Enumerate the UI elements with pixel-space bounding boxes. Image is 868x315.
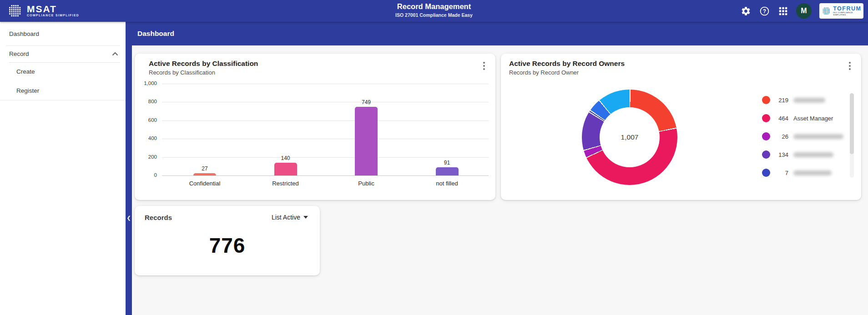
y-axis-tick: 800 — [136, 99, 157, 104]
sidebar-item-label: Register — [16, 87, 39, 94]
y-axis-tick: 0 — [136, 172, 157, 178]
legend-value: 464 — [770, 115, 788, 122]
sidebar-item-label: Record — [9, 50, 29, 57]
gridline — [162, 84, 489, 84]
msat-logo: MSAT COMPLIANCE SIMPLIFIED — [6, 2, 79, 19]
legend-dot-icon — [762, 114, 770, 122]
sidebar-rail — [126, 22, 132, 315]
donut-chart: 1,007 — [582, 90, 677, 185]
sidebar-item-dashboard[interactable]: Dashboard — [0, 22, 126, 45]
records-card: Records List Active 776 — [135, 206, 320, 275]
help-icon[interactable]: ? — [759, 5, 770, 16]
sidebar-item-record[interactable]: Record — [0, 45, 126, 62]
legend-dot-icon — [762, 132, 770, 140]
legend-dot-icon — [762, 169, 770, 177]
gridline — [162, 102, 489, 102]
bar-not-filled — [436, 167, 459, 175]
sidebar-collapse-button[interactable]: ❮ — [126, 212, 132, 224]
brand-tagline: COMPLIANCE SIMPLIFIED — [27, 14, 79, 17]
page-title: Dashboard — [137, 30, 174, 38]
brand-name: MSAT — [27, 5, 79, 14]
chevron-up-icon — [112, 52, 118, 56]
x-axis-label: not filled — [415, 180, 479, 187]
y-axis-tick: 1,000 — [136, 80, 157, 86]
legend-row: 134 — [762, 146, 833, 163]
bar-confidential — [193, 173, 216, 175]
bar-restricted — [274, 163, 297, 175]
x-axis-label: Public — [334, 180, 398, 187]
gridline — [162, 139, 489, 139]
classification-card: Active Records by Classification Records… — [135, 54, 495, 200]
card-title: Records — [145, 214, 172, 221]
donut-hole: 1,007 — [600, 107, 660, 167]
legend-scrollbar-thumb[interactable] — [850, 93, 854, 154]
bar-public — [355, 107, 378, 175]
top-navbar: MSAT COMPLIANCE SIMPLIFIED Record Manage… — [0, 0, 868, 22]
bar-chart: 1,000800600400200027Confidential140Restr… — [135, 54, 495, 200]
tofrum-globe-icon — [821, 5, 831, 17]
settings-icon[interactable] — [740, 5, 751, 16]
partner-name: TOFRUM — [833, 6, 862, 11]
gridline — [162, 175, 489, 176]
user-avatar[interactable]: M — [796, 3, 812, 19]
x-axis-label: Confidential — [173, 180, 237, 187]
divider — [0, 100, 126, 100]
records-filter-dropdown[interactable]: List Active — [272, 214, 308, 221]
legend-value: 134 — [770, 151, 788, 158]
legend-label: Asset Manager — [793, 115, 833, 122]
sidebar-item-create[interactable]: Create — [0, 62, 126, 81]
legend-value: 26 — [770, 133, 788, 140]
sidebar-item-register[interactable]: Register — [0, 81, 126, 100]
legend-label-redacted — [793, 170, 832, 175]
bar-value-label: 91 — [434, 160, 461, 166]
legend-label-redacted — [793, 152, 833, 157]
legend-row: 7 — [762, 165, 832, 181]
y-axis-tick: 600 — [136, 117, 157, 123]
legend-row: 464Asset Manager — [762, 110, 833, 126]
x-axis-label: Restricted — [254, 180, 318, 187]
legend-scrollbar-track[interactable] — [850, 93, 854, 178]
records-filter-label: List Active — [272, 214, 300, 221]
bar-value-label: 27 — [191, 165, 218, 172]
page-header: Dashboard — [132, 22, 868, 45]
legend-value: 219 — [770, 97, 788, 104]
msat-globe-icon — [6, 2, 23, 19]
legend-label-redacted — [793, 134, 843, 139]
sidebar-item-label: Create — [16, 68, 35, 75]
caret-down-icon — [303, 216, 308, 219]
card-menu-icon[interactable] — [845, 60, 855, 72]
card-title: Active Records by Record Owners — [509, 60, 625, 68]
legend-row: 219 — [762, 92, 825, 108]
app-title: Record Management — [320, 2, 548, 11]
records-count: 776 — [135, 233, 320, 258]
y-axis-tick: 200 — [136, 154, 157, 160]
sidebar-item-label: Dashboard — [9, 30, 39, 37]
legend-dot-icon — [762, 96, 770, 104]
owners-card: Active Records by Record Owners Records … — [501, 54, 861, 200]
sidebar: Dashboard Record Create Register — [0, 22, 126, 315]
partner-tagline: ISO COMPLIANCE SIMPLIFIED — [833, 11, 862, 16]
legend-value: 7 — [770, 170, 788, 176]
donut-total: 1,007 — [621, 133, 639, 141]
gridline — [162, 157, 489, 158]
apps-grid-icon[interactable] — [777, 5, 788, 16]
legend-row: 26 — [762, 128, 843, 145]
y-axis-tick: 400 — [136, 135, 157, 141]
gridline — [162, 120, 489, 121]
tofrum-logo: TOFRUM ISO COMPLIANCE SIMPLIFIED — [819, 3, 863, 19]
svg-text:?: ? — [762, 8, 766, 14]
bar-value-label: 140 — [272, 155, 299, 161]
legend-label-redacted — [793, 98, 825, 103]
card-subtitle: Records by Record Owner — [509, 69, 579, 76]
legend-dot-icon — [762, 150, 770, 159]
bar-value-label: 749 — [353, 99, 380, 105]
app-subtitle: ISO 27001 Compliance Made Easy — [320, 12, 548, 18]
